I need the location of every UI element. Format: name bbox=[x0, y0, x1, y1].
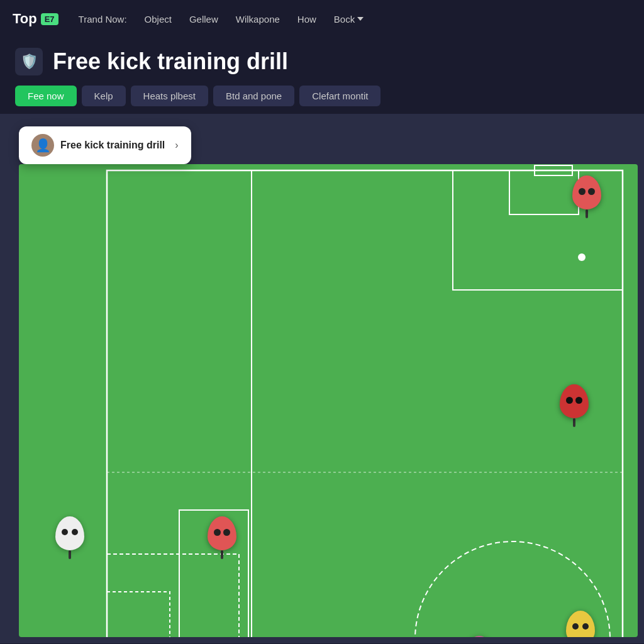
svg-rect-6 bbox=[107, 554, 239, 637]
svg-point-4 bbox=[578, 253, 586, 261]
chevron-down-icon bbox=[357, 17, 364, 21]
tab-clefart-montit[interactable]: Clefart montit bbox=[299, 86, 380, 106]
nav-bock-dropdown[interactable]: Bock bbox=[334, 14, 364, 25]
tooltip-arrow-icon: › bbox=[175, 140, 178, 151]
nav-how[interactable]: How bbox=[297, 14, 316, 25]
logo-text: Top bbox=[13, 11, 37, 27]
nav-bock-label: Bock bbox=[334, 14, 355, 25]
field-lines-svg bbox=[19, 164, 638, 637]
logo-badge: E7 bbox=[41, 13, 58, 25]
page-header: 🛡️ Free kick training drill bbox=[0, 38, 644, 75]
nav-wilkapone[interactable]: Wilkapone bbox=[236, 14, 280, 25]
marker-white bbox=[55, 516, 84, 559]
tab-fee-now[interactable]: Fee now bbox=[15, 86, 77, 106]
main-content: 👤 Free kick training drill › bbox=[0, 114, 644, 643]
marker-pink-bottom bbox=[465, 636, 493, 637]
marker-yellow-bottom bbox=[566, 611, 595, 637]
svg-rect-7 bbox=[107, 592, 170, 637]
drill-tooltip[interactable]: 👤 Free kick training drill › bbox=[19, 126, 191, 164]
tooltip-drill-label: Free kick training drill bbox=[60, 140, 165, 151]
tab-heats-plbest[interactable]: Heats plbest bbox=[131, 86, 208, 106]
tabs-bar: Fee now Kelp Heats plbest Btd and pone C… bbox=[0, 75, 644, 106]
nav-object[interactable]: Object bbox=[145, 14, 172, 25]
soccer-field bbox=[19, 164, 638, 637]
tooltip-avatar: 👤 bbox=[31, 134, 54, 157]
navbar: Top E7 Trand Now: Object Gellew Wilkapon… bbox=[0, 0, 644, 38]
tab-kelp[interactable]: Kelp bbox=[82, 86, 126, 106]
shield-icon: 🛡️ bbox=[15, 48, 43, 75]
nav-links: Trand Now: Object Gellew Wilkapone How B… bbox=[79, 14, 364, 25]
marker-red-field bbox=[208, 516, 236, 559]
logo[interactable]: Top E7 bbox=[13, 11, 58, 27]
tab-btd-and-pone[interactable]: Btd and pone bbox=[213, 86, 294, 106]
marker-red-top bbox=[572, 175, 601, 218]
svg-rect-3 bbox=[509, 170, 579, 214]
svg-rect-0 bbox=[107, 170, 623, 637]
marker-red-mid bbox=[560, 384, 589, 427]
nav-trand-now[interactable]: Trand Now: bbox=[79, 14, 127, 25]
nav-gellew[interactable]: Gellew bbox=[189, 14, 218, 25]
page-title: Free kick training drill bbox=[53, 48, 288, 75]
